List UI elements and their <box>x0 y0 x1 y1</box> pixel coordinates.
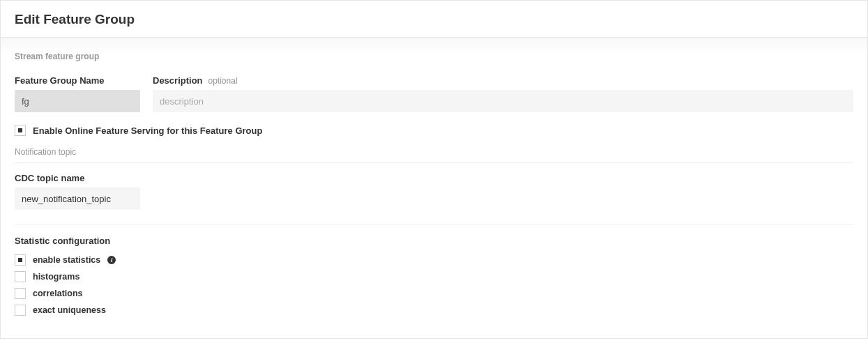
description-optional: optional <box>208 76 238 86</box>
panel-body: Stream feature group Feature Group Name … <box>1 38 867 338</box>
feature-group-name-label: Feature Group Name <box>15 75 105 86</box>
cdc-topic-label: CDC topic name <box>15 173 84 183</box>
stream-subtitle: Stream feature group <box>15 52 853 61</box>
cdc-topic-field: CDC topic name <box>15 173 853 210</box>
stat-option-row: exact uniqueness <box>15 305 853 316</box>
stat-option-row: enable statisticsi <box>15 254 853 266</box>
name-desc-row: Feature Group Name Description optional <box>15 75 853 112</box>
statistic-options-list: enable statisticsihistogramscorrelations… <box>15 254 853 316</box>
description-field: Description optional <box>153 75 853 112</box>
feature-group-name-input[interactable] <box>15 90 140 112</box>
stat-option-checkbox[interactable] <box>15 305 26 316</box>
stat-option-row: correlations <box>15 288 853 299</box>
stat-option-checkbox[interactable] <box>15 288 26 299</box>
stat-option-label: enable statistics <box>33 255 100 265</box>
notification-section-label: Notification topic <box>15 147 853 163</box>
info-icon[interactable]: i <box>107 256 116 264</box>
stat-option-label: exact uniqueness <box>33 305 106 315</box>
statistic-configuration-heading: Statistic configuration <box>15 236 853 246</box>
stat-option-label: histograms <box>33 272 79 282</box>
panel-header: Edit Feature Group <box>1 1 867 38</box>
stat-option-row: histograms <box>15 271 853 282</box>
feature-group-name-field: Feature Group Name <box>15 75 140 112</box>
stat-option-checkbox[interactable] <box>15 254 26 266</box>
enable-online-serving-checkbox[interactable] <box>15 125 26 136</box>
divider <box>15 224 853 224</box>
stat-option-checkbox[interactable] <box>15 271 26 282</box>
description-label: Description <box>153 75 203 86</box>
stat-option-label: correlations <box>33 289 83 298</box>
cdc-topic-input[interactable] <box>15 188 140 210</box>
description-input[interactable] <box>153 90 853 112</box>
edit-feature-group-panel: Edit Feature Group Stream feature group … <box>0 0 868 339</box>
enable-online-serving-row: Enable Online Feature Serving for this F… <box>15 125 853 136</box>
enable-online-serving-label: Enable Online Feature Serving for this F… <box>33 125 262 136</box>
page-title: Edit Feature Group <box>15 12 853 27</box>
